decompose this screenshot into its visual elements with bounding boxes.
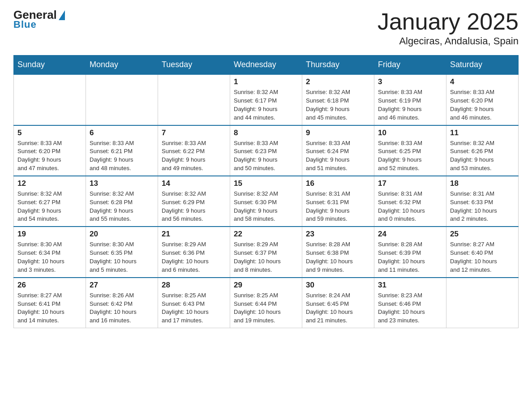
- day-number: 13: [90, 179, 154, 188]
- calendar-cell: 25Sunrise: 8:27 AM Sunset: 6:40 PM Dayli…: [446, 227, 519, 277]
- day-number: 6: [90, 128, 154, 137]
- calendar-cell: 15Sunrise: 8:32 AM Sunset: 6:30 PM Dayli…: [230, 176, 302, 227]
- day-info: Sunrise: 8:33 AM Sunset: 6:22 PM Dayligh…: [162, 139, 226, 173]
- calendar-table: SundayMondayTuesdayWednesdayThursdayFrid…: [13, 55, 519, 328]
- day-info: Sunrise: 8:33 AM Sunset: 6:23 PM Dayligh…: [234, 139, 298, 173]
- column-header-friday: Friday: [374, 56, 446, 75]
- calendar-cell: 19Sunrise: 8:30 AM Sunset: 6:34 PM Dayli…: [14, 227, 86, 277]
- calendar-cell: 12Sunrise: 8:32 AM Sunset: 6:27 PM Dayli…: [14, 176, 86, 227]
- calendar-cell: 23Sunrise: 8:28 AM Sunset: 6:38 PM Dayli…: [302, 227, 374, 277]
- week-row-1: 1Sunrise: 8:32 AM Sunset: 6:17 PM Daylig…: [14, 74, 519, 125]
- calendar-cell: 16Sunrise: 8:31 AM Sunset: 6:31 PM Dayli…: [302, 176, 374, 227]
- calendar-cell: 10Sunrise: 8:33 AM Sunset: 6:25 PM Dayli…: [374, 125, 446, 176]
- calendar-cell: 7Sunrise: 8:33 AM Sunset: 6:22 PM Daylig…: [158, 125, 230, 176]
- day-number: 18: [450, 179, 515, 188]
- calendar-cell: 4Sunrise: 8:33 AM Sunset: 6:20 PM Daylig…: [446, 74, 519, 125]
- calendar-cell: 1Sunrise: 8:32 AM Sunset: 6:17 PM Daylig…: [230, 74, 302, 125]
- calendar-cell: 2Sunrise: 8:32 AM Sunset: 6:18 PM Daylig…: [302, 74, 374, 125]
- column-header-tuesday: Tuesday: [158, 56, 230, 75]
- day-info: Sunrise: 8:33 AM Sunset: 6:20 PM Dayligh…: [450, 88, 515, 122]
- calendar-cell: 26Sunrise: 8:27 AM Sunset: 6:41 PM Dayli…: [14, 278, 86, 328]
- calendar-cell: 17Sunrise: 8:31 AM Sunset: 6:32 PM Dayli…: [374, 176, 446, 227]
- calendar-cell: 14Sunrise: 8:32 AM Sunset: 6:29 PM Dayli…: [158, 176, 230, 227]
- calendar-cell: 22Sunrise: 8:29 AM Sunset: 6:37 PM Dayli…: [230, 227, 302, 277]
- day-info: Sunrise: 8:25 AM Sunset: 6:44 PM Dayligh…: [234, 291, 298, 325]
- day-number: 5: [17, 128, 82, 137]
- column-header-sunday: Sunday: [14, 56, 86, 75]
- day-number: 10: [378, 128, 442, 137]
- calendar-cell: 29Sunrise: 8:25 AM Sunset: 6:44 PM Dayli…: [230, 278, 302, 328]
- day-number: 20: [90, 230, 154, 239]
- day-info: Sunrise: 8:25 AM Sunset: 6:43 PM Dayligh…: [162, 291, 226, 325]
- column-header-thursday: Thursday: [302, 56, 374, 75]
- day-info: Sunrise: 8:26 AM Sunset: 6:42 PM Dayligh…: [90, 291, 154, 325]
- day-info: Sunrise: 8:32 AM Sunset: 6:26 PM Dayligh…: [450, 139, 515, 173]
- week-row-5: 26Sunrise: 8:27 AM Sunset: 6:41 PM Dayli…: [14, 278, 519, 328]
- calendar-cell: 6Sunrise: 8:33 AM Sunset: 6:21 PM Daylig…: [86, 125, 158, 176]
- day-info: Sunrise: 8:33 AM Sunset: 6:20 PM Dayligh…: [17, 139, 82, 173]
- day-info: Sunrise: 8:32 AM Sunset: 6:17 PM Dayligh…: [234, 88, 298, 122]
- day-info: Sunrise: 8:31 AM Sunset: 6:32 PM Dayligh…: [378, 190, 442, 223]
- day-number: 31: [378, 281, 442, 290]
- day-info: Sunrise: 8:27 AM Sunset: 6:40 PM Dayligh…: [450, 240, 515, 274]
- week-row-2: 5Sunrise: 8:33 AM Sunset: 6:20 PM Daylig…: [14, 125, 519, 176]
- day-number: 21: [162, 230, 226, 239]
- calendar-cell: 20Sunrise: 8:30 AM Sunset: 6:35 PM Dayli…: [86, 227, 158, 277]
- calendar-cell: [446, 278, 519, 328]
- calendar-cell: 8Sunrise: 8:33 AM Sunset: 6:23 PM Daylig…: [230, 125, 302, 176]
- day-info: Sunrise: 8:28 AM Sunset: 6:38 PM Dayligh…: [306, 240, 370, 274]
- day-info: Sunrise: 8:32 AM Sunset: 6:29 PM Dayligh…: [162, 190, 226, 223]
- day-number: 8: [234, 128, 298, 137]
- day-number: 1: [234, 77, 298, 86]
- calendar-cell: 13Sunrise: 8:32 AM Sunset: 6:28 PM Dayli…: [86, 176, 158, 227]
- day-info: Sunrise: 8:30 AM Sunset: 6:34 PM Dayligh…: [17, 240, 82, 274]
- calendar-cell: 5Sunrise: 8:33 AM Sunset: 6:20 PM Daylig…: [14, 125, 86, 176]
- day-info: Sunrise: 8:32 AM Sunset: 6:18 PM Dayligh…: [306, 88, 370, 122]
- day-number: 22: [234, 230, 298, 239]
- day-number: 29: [234, 281, 298, 290]
- calendar-cell: 3Sunrise: 8:33 AM Sunset: 6:19 PM Daylig…: [374, 74, 446, 125]
- calendar-cell: [158, 74, 230, 125]
- day-info: Sunrise: 8:31 AM Sunset: 6:31 PM Dayligh…: [306, 190, 370, 223]
- day-number: 27: [90, 281, 154, 290]
- calendar-cell: 31Sunrise: 8:23 AM Sunset: 6:46 PM Dayli…: [374, 278, 446, 328]
- column-header-monday: Monday: [86, 56, 158, 75]
- day-info: Sunrise: 8:27 AM Sunset: 6:41 PM Dayligh…: [17, 291, 82, 325]
- day-number: 19: [17, 230, 82, 239]
- calendar-cell: 27Sunrise: 8:26 AM Sunset: 6:42 PM Dayli…: [86, 278, 158, 328]
- column-header-wednesday: Wednesday: [230, 56, 302, 75]
- day-number: 12: [17, 179, 82, 188]
- day-info: Sunrise: 8:28 AM Sunset: 6:39 PM Dayligh…: [378, 240, 442, 274]
- day-info: Sunrise: 8:32 AM Sunset: 6:30 PM Dayligh…: [234, 190, 298, 223]
- day-number: 23: [306, 230, 370, 239]
- day-number: 7: [162, 128, 226, 137]
- day-info: Sunrise: 8:29 AM Sunset: 6:37 PM Dayligh…: [234, 240, 298, 274]
- day-info: Sunrise: 8:32 AM Sunset: 6:27 PM Dayligh…: [17, 190, 82, 223]
- day-info: Sunrise: 8:32 AM Sunset: 6:28 PM Dayligh…: [90, 190, 154, 223]
- day-number: 15: [234, 179, 298, 188]
- day-number: 16: [306, 179, 370, 188]
- day-number: 24: [378, 230, 442, 239]
- location-label: Algeciras, Andalusia, Spain: [378, 35, 519, 47]
- day-info: Sunrise: 8:33 AM Sunset: 6:19 PM Dayligh…: [378, 88, 442, 122]
- calendar-cell: [14, 74, 86, 125]
- calendar-cell: 21Sunrise: 8:29 AM Sunset: 6:36 PM Dayli…: [158, 227, 230, 277]
- logo-bottom-text: Blue: [13, 19, 37, 30]
- day-info: Sunrise: 8:29 AM Sunset: 6:36 PM Dayligh…: [162, 240, 226, 274]
- calendar-cell: 9Sunrise: 8:33 AM Sunset: 6:24 PM Daylig…: [302, 125, 374, 176]
- week-row-4: 19Sunrise: 8:30 AM Sunset: 6:34 PM Dayli…: [14, 227, 519, 277]
- calendar-cell: 11Sunrise: 8:32 AM Sunset: 6:26 PM Dayli…: [446, 125, 519, 176]
- day-number: 2: [306, 77, 370, 86]
- day-info: Sunrise: 8:24 AM Sunset: 6:45 PM Dayligh…: [306, 291, 370, 325]
- day-number: 9: [306, 128, 370, 137]
- calendar-cell: 24Sunrise: 8:28 AM Sunset: 6:39 PM Dayli…: [374, 227, 446, 277]
- day-info: Sunrise: 8:33 AM Sunset: 6:25 PM Dayligh…: [378, 139, 442, 173]
- day-number: 28: [162, 281, 226, 290]
- day-number: 3: [378, 77, 442, 86]
- calendar-cell: 18Sunrise: 8:31 AM Sunset: 6:33 PM Dayli…: [446, 176, 519, 227]
- calendar-header-row: SundayMondayTuesdayWednesdayThursdayFrid…: [14, 56, 519, 75]
- day-number: 30: [306, 281, 370, 290]
- logo-triangle-icon: [59, 10, 65, 20]
- week-row-3: 12Sunrise: 8:32 AM Sunset: 6:27 PM Dayli…: [14, 176, 519, 227]
- day-number: 17: [378, 179, 442, 188]
